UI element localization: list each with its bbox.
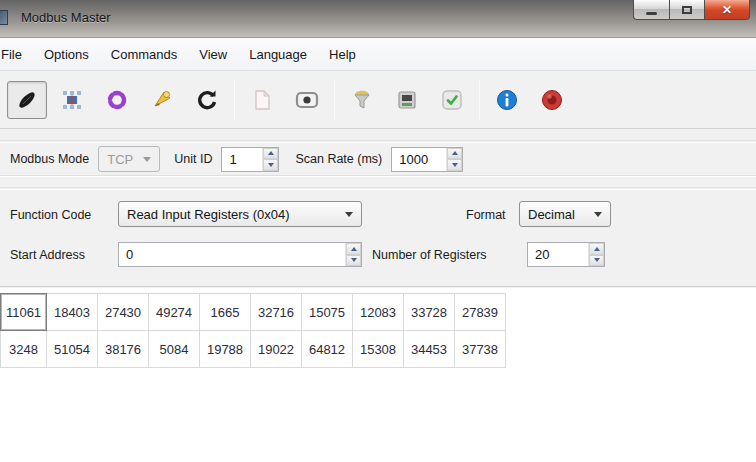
register-cell[interactable]: 37738 — [454, 330, 506, 368]
info-button[interactable] — [487, 81, 527, 119]
register-cell[interactable]: 49274 — [148, 293, 200, 331]
number-of-registers-stepper[interactable]: 20 — [527, 242, 605, 267]
spin-buttons — [262, 148, 278, 171]
spin-buttons — [345, 243, 361, 266]
close-button[interactable]: ✕ — [705, 0, 750, 20]
scan-loop-button[interactable] — [97, 81, 137, 119]
register-cell[interactable]: 12083 — [352, 293, 404, 331]
start-address-stepper[interactable]: 0 — [118, 242, 362, 267]
window-controls: ✕ — [633, 0, 750, 20]
menu-language[interactable]: Language — [238, 41, 318, 68]
toolbar-separator — [234, 80, 235, 120]
spin-down-button[interactable] — [589, 255, 604, 267]
new-log-icon — [251, 89, 273, 111]
scan-rate-stepper[interactable]: 1000 — [391, 147, 463, 172]
register-cell[interactable]: 5084 — [148, 330, 200, 368]
chevron-down-icon — [143, 157, 151, 162]
display-icon — [295, 89, 319, 111]
register-cell[interactable]: 15075 — [301, 293, 353, 331]
register-cell[interactable]: 15308 — [352, 330, 404, 368]
register-cell[interactable]: 51054 — [46, 330, 98, 368]
alert-horn-button[interactable] — [142, 81, 182, 119]
mode-bar: Modbus Mode TCP Unit ID 1 Scan Rate (ms)… — [0, 142, 756, 176]
info-icon — [496, 89, 518, 111]
menu-view[interactable]: View — [188, 41, 238, 68]
scan-loop-icon — [106, 89, 128, 111]
format-value: Decimal — [528, 207, 575, 222]
ok-check-button[interactable] — [432, 81, 472, 119]
register-cell[interactable]: 64812 — [301, 330, 353, 368]
start-address-value: 0 — [119, 243, 345, 266]
section-divider — [0, 176, 756, 188]
toolbar — [0, 71, 756, 129]
maximize-button[interactable] — [670, 0, 705, 20]
spin-up-button[interactable] — [263, 148, 278, 160]
register-cell[interactable]: 1665 — [199, 293, 251, 331]
alert-horn-icon — [151, 89, 173, 111]
register-cell[interactable]: 11061 — [0, 293, 47, 331]
connect-button[interactable] — [7, 81, 47, 119]
unit-id-value: 1 — [222, 148, 262, 171]
number-of-registers-label: Number of Registers — [372, 248, 487, 262]
number-of-registers-value: 20 — [528, 243, 588, 266]
register-cell[interactable]: 3248 — [0, 330, 47, 368]
exit-icon — [541, 89, 563, 111]
register-cell[interactable]: 19022 — [250, 330, 302, 368]
function-code-combo[interactable]: Read Input Registers (0x04) — [118, 201, 362, 227]
display-button[interactable] — [287, 81, 327, 119]
window-title: Modbus Master — [21, 10, 111, 25]
refresh-icon — [196, 89, 218, 111]
modbus-mode-label: Modbus Mode — [10, 152, 89, 166]
spin-down-button[interactable] — [447, 159, 462, 171]
function-code-label: Function Code — [10, 208, 91, 222]
ok-check-icon — [441, 89, 463, 111]
format-label: Format — [466, 208, 506, 222]
menu-help[interactable]: Help — [318, 41, 367, 68]
new-log-button[interactable] — [242, 81, 282, 119]
modbus-master-window: Modbus Master ✕ File Options Commands Vi… — [0, 0, 756, 462]
unit-id-stepper[interactable]: 1 — [221, 147, 279, 172]
register-cell[interactable]: 18403 — [46, 293, 98, 331]
exit-button[interactable] — [532, 81, 572, 119]
menu-options[interactable]: Options — [33, 41, 100, 68]
format-combo[interactable]: Decimal — [519, 201, 611, 227]
menu-commands[interactable]: Commands — [100, 41, 188, 68]
arrow-up-icon — [268, 151, 274, 155]
device-button[interactable] — [387, 81, 427, 119]
titlebar[interactable]: Modbus Master ✕ — [0, 0, 756, 38]
start-address-label: Start Address — [10, 248, 85, 262]
chevron-down-icon — [594, 212, 602, 217]
register-cell[interactable]: 33728 — [403, 293, 455, 331]
register-row: 1106118403274304927416653271615075120833… — [0, 294, 506, 331]
section-divider — [0, 130, 756, 141]
register-cell[interactable]: 27430 — [97, 293, 149, 331]
spin-up-button[interactable] — [346, 243, 361, 255]
spin-up-button[interactable] — [447, 148, 462, 160]
spin-down-button[interactable] — [263, 159, 278, 171]
register-cell[interactable]: 34453 — [403, 330, 455, 368]
chevron-down-icon — [345, 212, 353, 217]
spin-up-button[interactable] — [589, 243, 604, 255]
close-icon: ✕ — [722, 3, 732, 17]
poll-setup-icon — [61, 89, 83, 111]
function-code-value: Read Input Registers (0x04) — [127, 207, 290, 222]
modbus-mode-combo[interactable]: TCP — [98, 146, 160, 172]
minimize-button[interactable] — [633, 0, 670, 20]
minimize-icon — [646, 12, 657, 15]
register-grid-area: 1106118403274304927416653271615075120833… — [0, 288, 756, 462]
register-cell[interactable]: 19788 — [199, 330, 251, 368]
register-cell[interactable]: 27839 — [454, 293, 506, 331]
arrow-down-icon — [351, 258, 357, 262]
unit-id-label: Unit ID — [174, 152, 212, 166]
request-panel: Function Code Read Input Registers (0x04… — [0, 189, 756, 287]
arrow-up-icon — [351, 247, 357, 251]
register-cell[interactable]: 32716 — [250, 293, 302, 331]
menu-file[interactable]: File — [0, 41, 33, 68]
app-icon — [0, 10, 8, 25]
refresh-button[interactable] — [187, 81, 227, 119]
register-cell[interactable]: 38176 — [97, 330, 149, 368]
lamp-button[interactable] — [342, 81, 382, 119]
spin-down-button[interactable] — [346, 255, 361, 267]
poll-setup-button[interactable] — [52, 81, 92, 119]
arrow-up-icon — [452, 151, 458, 155]
